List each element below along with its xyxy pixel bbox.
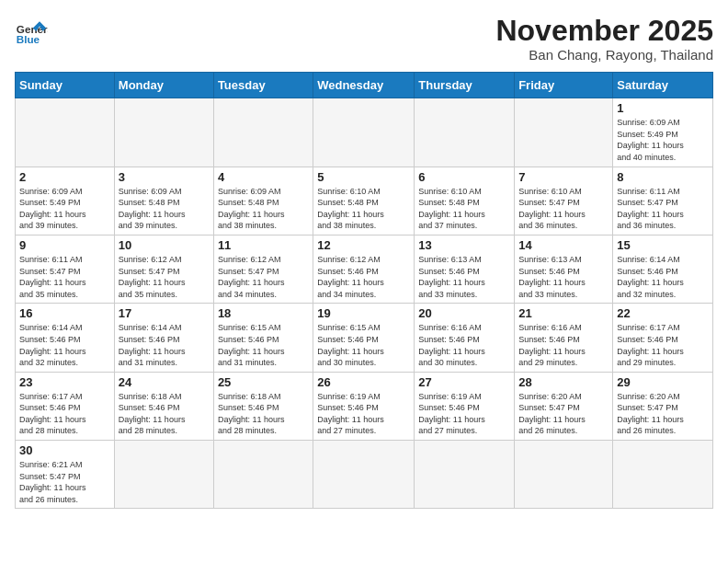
calendar-cell: 9Sunrise: 6:11 AMSunset: 5:47 PMDaylight…: [16, 235, 115, 303]
day-number: 23: [19, 375, 110, 389]
calendar-cell: 23Sunrise: 6:17 AMSunset: 5:46 PMDayligh…: [16, 372, 115, 440]
day-number: 13: [418, 238, 510, 252]
weekday-header-tuesday: Tuesday: [213, 73, 313, 98]
calendar-cell: [515, 441, 613, 509]
calendar-cell: [114, 441, 213, 509]
day-number: 19: [317, 306, 410, 320]
day-number: 28: [518, 375, 609, 389]
page-header: General Blue November 2025 Ban Chang, Ra…: [15, 15, 713, 63]
day-info: Sunrise: 6:16 AMSunset: 5:46 PMDaylight:…: [418, 322, 510, 368]
day-number: 2: [19, 170, 110, 184]
day-info: Sunrise: 6:14 AMSunset: 5:46 PMDaylight:…: [617, 254, 709, 300]
calendar-cell: 1Sunrise: 6:09 AMSunset: 5:49 PMDaylight…: [613, 98, 713, 167]
day-number: 4: [218, 170, 309, 184]
day-number: 21: [518, 306, 609, 320]
calendar-week-3: 9Sunrise: 6:11 AMSunset: 5:47 PMDaylight…: [16, 235, 713, 303]
day-info: Sunrise: 6:18 AMSunset: 5:46 PMDaylight:…: [218, 391, 309, 437]
day-number: 7: [518, 170, 609, 184]
weekday-header-sunday: Sunday: [16, 73, 115, 98]
calendar-cell: 2Sunrise: 6:09 AMSunset: 5:49 PMDaylight…: [16, 167, 115, 235]
day-info: Sunrise: 6:12 AMSunset: 5:47 PMDaylight:…: [119, 254, 210, 300]
day-info: Sunrise: 6:10 AMSunset: 5:48 PMDaylight:…: [317, 186, 410, 232]
calendar-table: SundayMondayTuesdayWednesdayThursdayFrid…: [15, 72, 713, 509]
day-info: Sunrise: 6:11 AMSunset: 5:47 PMDaylight:…: [617, 186, 709, 232]
svg-text:Blue: Blue: [17, 33, 40, 45]
day-info: Sunrise: 6:14 AMSunset: 5:46 PMDaylight:…: [19, 322, 110, 368]
logo-icon: General Blue: [15, 15, 48, 48]
calendar-cell: 10Sunrise: 6:12 AMSunset: 5:47 PMDayligh…: [114, 235, 213, 303]
day-info: Sunrise: 6:20 AMSunset: 5:47 PMDaylight:…: [518, 391, 609, 437]
day-info: Sunrise: 6:12 AMSunset: 5:47 PMDaylight:…: [218, 254, 309, 300]
day-number: 6: [418, 170, 510, 184]
calendar-cell: 3Sunrise: 6:09 AMSunset: 5:48 PMDaylight…: [114, 167, 213, 235]
calendar-cell: 30Sunrise: 6:21 AMSunset: 5:47 PMDayligh…: [16, 441, 115, 509]
month-title: November 2025: [495, 15, 713, 47]
day-info: Sunrise: 6:15 AMSunset: 5:46 PMDaylight:…: [218, 322, 309, 368]
day-info: Sunrise: 6:15 AMSunset: 5:46 PMDaylight:…: [317, 322, 410, 368]
calendar-cell: 8Sunrise: 6:11 AMSunset: 5:47 PMDaylight…: [613, 167, 713, 235]
day-number: 27: [418, 375, 510, 389]
day-info: Sunrise: 6:12 AMSunset: 5:46 PMDaylight:…: [317, 254, 410, 300]
weekday-header-wednesday: Wednesday: [313, 73, 415, 98]
calendar-cell: [515, 98, 613, 167]
calendar-cell: [313, 441, 415, 509]
day-info: Sunrise: 6:21 AMSunset: 5:47 PMDaylight:…: [19, 459, 110, 505]
day-info: Sunrise: 6:14 AMSunset: 5:46 PMDaylight:…: [119, 322, 210, 368]
day-info: Sunrise: 6:09 AMSunset: 5:48 PMDaylight:…: [119, 186, 210, 232]
day-number: 9: [19, 238, 110, 252]
day-info: Sunrise: 6:13 AMSunset: 5:46 PMDaylight:…: [418, 254, 510, 300]
calendar-cell: 20Sunrise: 6:16 AMSunset: 5:46 PMDayligh…: [415, 304, 515, 372]
calendar-week-5: 23Sunrise: 6:17 AMSunset: 5:46 PMDayligh…: [16, 372, 713, 440]
calendar-week-6: 30Sunrise: 6:21 AMSunset: 5:47 PMDayligh…: [16, 441, 713, 509]
day-number: 3: [119, 170, 210, 184]
day-info: Sunrise: 6:11 AMSunset: 5:47 PMDaylight:…: [19, 254, 110, 300]
calendar-cell: 19Sunrise: 6:15 AMSunset: 5:46 PMDayligh…: [313, 304, 415, 372]
day-number: 11: [218, 238, 309, 252]
weekday-header-monday: Monday: [114, 73, 213, 98]
calendar-cell: [613, 441, 713, 509]
calendar-week-4: 16Sunrise: 6:14 AMSunset: 5:46 PMDayligh…: [16, 304, 713, 372]
calendar-cell: [313, 98, 415, 167]
calendar-cell: 14Sunrise: 6:13 AMSunset: 5:46 PMDayligh…: [515, 235, 613, 303]
day-info: Sunrise: 6:20 AMSunset: 5:47 PMDaylight:…: [617, 391, 709, 437]
day-info: Sunrise: 6:09 AMSunset: 5:48 PMDaylight:…: [218, 186, 309, 232]
calendar-cell: 4Sunrise: 6:09 AMSunset: 5:48 PMDaylight…: [213, 167, 313, 235]
calendar-week-1: 1Sunrise: 6:09 AMSunset: 5:49 PMDaylight…: [16, 98, 713, 167]
calendar-cell: 11Sunrise: 6:12 AMSunset: 5:47 PMDayligh…: [213, 235, 313, 303]
calendar-cell: 22Sunrise: 6:17 AMSunset: 5:46 PMDayligh…: [613, 304, 713, 372]
day-info: Sunrise: 6:17 AMSunset: 5:46 PMDaylight:…: [19, 391, 110, 437]
day-number: 15: [617, 238, 709, 252]
day-info: Sunrise: 6:19 AMSunset: 5:46 PMDaylight:…: [317, 391, 410, 437]
day-number: 17: [119, 306, 210, 320]
day-number: 1: [617, 101, 709, 115]
weekday-header-row: SundayMondayTuesdayWednesdayThursdayFrid…: [16, 73, 713, 98]
logo: General Blue: [15, 15, 48, 48]
day-number: 12: [317, 238, 410, 252]
calendar-cell: [114, 98, 213, 167]
calendar-cell: 7Sunrise: 6:10 AMSunset: 5:47 PMDaylight…: [515, 167, 613, 235]
calendar-cell: 5Sunrise: 6:10 AMSunset: 5:48 PMDaylight…: [313, 167, 415, 235]
calendar-cell: [415, 98, 515, 167]
calendar-cell: 12Sunrise: 6:12 AMSunset: 5:46 PMDayligh…: [313, 235, 415, 303]
calendar-cell: [213, 441, 313, 509]
day-info: Sunrise: 6:10 AMSunset: 5:48 PMDaylight:…: [418, 186, 510, 232]
weekday-header-saturday: Saturday: [613, 73, 713, 98]
day-info: Sunrise: 6:17 AMSunset: 5:46 PMDaylight:…: [617, 322, 709, 368]
calendar-cell: 15Sunrise: 6:14 AMSunset: 5:46 PMDayligh…: [613, 235, 713, 303]
day-number: 8: [617, 170, 709, 184]
calendar-cell: 26Sunrise: 6:19 AMSunset: 5:46 PMDayligh…: [313, 372, 415, 440]
day-info: Sunrise: 6:18 AMSunset: 5:46 PMDaylight:…: [119, 391, 210, 437]
day-number: 20: [418, 306, 510, 320]
calendar-cell: [16, 98, 115, 167]
calendar-cell: 27Sunrise: 6:19 AMSunset: 5:46 PMDayligh…: [415, 372, 515, 440]
calendar-cell: 28Sunrise: 6:20 AMSunset: 5:47 PMDayligh…: [515, 372, 613, 440]
calendar-cell: 29Sunrise: 6:20 AMSunset: 5:47 PMDayligh…: [613, 372, 713, 440]
day-number: 14: [518, 238, 609, 252]
day-number: 25: [218, 375, 309, 389]
day-info: Sunrise: 6:13 AMSunset: 5:46 PMDaylight:…: [518, 254, 609, 300]
calendar-cell: 16Sunrise: 6:14 AMSunset: 5:46 PMDayligh…: [16, 304, 115, 372]
title-area: November 2025 Ban Chang, Rayong, Thailan…: [495, 15, 713, 63]
calendar-cell: 6Sunrise: 6:10 AMSunset: 5:48 PMDaylight…: [415, 167, 515, 235]
day-number: 22: [617, 306, 709, 320]
day-number: 24: [119, 375, 210, 389]
